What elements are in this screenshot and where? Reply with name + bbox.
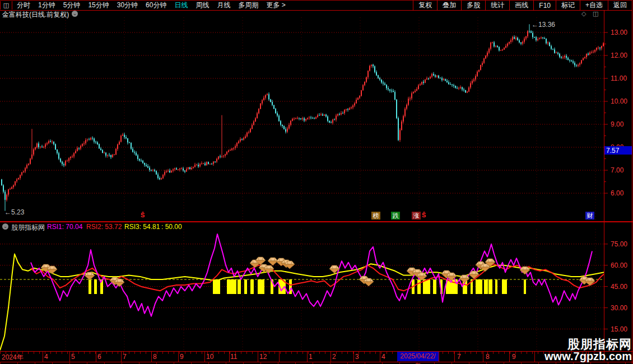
sell-marker-1: Ŝ bbox=[422, 212, 426, 218]
tool-item-8[interactable]: 返回 bbox=[608, 1, 632, 10]
month-divider bbox=[258, 352, 258, 362]
time-label-8: 11 bbox=[230, 353, 237, 361]
watermark-url: www.7gpzb.com bbox=[544, 351, 632, 362]
watermark: 股朋指标网 www.7gpzb.com bbox=[544, 338, 632, 362]
time-label-11: 2 bbox=[332, 353, 336, 361]
time-label-9: 12 bbox=[259, 353, 267, 361]
svg-text:30.00: 30.00 bbox=[611, 304, 627, 312]
month-divider bbox=[509, 352, 510, 362]
svg-text:←5.23: ←5.23 bbox=[4, 208, 25, 216]
time-label-3: 6 bbox=[97, 353, 101, 361]
month-divider bbox=[178, 352, 179, 362]
watermark-name: 股朋指标网 bbox=[544, 338, 632, 351]
time-label-6: 9 bbox=[180, 353, 184, 361]
axis-divider bbox=[604, 10, 604, 361]
cutoff-row bbox=[0, 362, 633, 364]
svg-text:45.00: 45.00 bbox=[611, 283, 627, 291]
current-date-badge: 2025/04/22/二 bbox=[397, 352, 439, 361]
badge-榜[interactable]: 榜 bbox=[371, 212, 380, 220]
badge-跌[interactable]: 跌 bbox=[391, 212, 400, 220]
menu-item-7[interactable]: 周线 bbox=[196, 1, 209, 10]
time-label-1: 4 bbox=[44, 353, 48, 361]
diamond-icon[interactable]: ◇ bbox=[581, 10, 586, 17]
right-frame bbox=[632, 0, 632, 364]
badge-涨[interactable]: 涨 bbox=[412, 212, 421, 220]
menu-item-4[interactable]: 30分钟 bbox=[117, 1, 138, 10]
tool-item-5[interactable]: F10 bbox=[533, 1, 556, 10]
period-menu: 分时1分钟5分钟15分钟30分钟60分钟日线周线月线多周期更多 > bbox=[12, 1, 413, 10]
menu-item-10[interactable]: 更多 > bbox=[266, 1, 285, 10]
month-divider bbox=[96, 352, 96, 362]
month-divider bbox=[121, 352, 122, 362]
month-divider bbox=[151, 352, 152, 362]
tool-item-3[interactable]: 统计 bbox=[485, 1, 509, 10]
tool-item-0[interactable]: 复权 bbox=[413, 1, 437, 10]
svg-text:←13.36: ←13.36 bbox=[532, 21, 555, 29]
trading-app-window: ◫ 分时1分钟5分钟15分钟30分钟60分钟日线周线月线多周期更多 > 复权叠加… bbox=[0, 0, 633, 364]
svg-text:15.00: 15.00 bbox=[611, 325, 627, 333]
panel-layout-icon[interactable]: ◫ bbox=[593, 10, 598, 17]
menu-item-6[interactable]: 日线 bbox=[174, 1, 188, 10]
svg-text:9.00: 9.00 bbox=[611, 120, 624, 128]
menu-item-9[interactable]: 多周期 bbox=[238, 1, 258, 10]
time-label-2: 5 bbox=[71, 353, 75, 361]
layout-toggle-icon[interactable]: ◫ bbox=[0, 1, 12, 10]
month-divider bbox=[454, 352, 455, 362]
time-label-13: 4 bbox=[381, 353, 385, 361]
time-label-0: 2024年 bbox=[2, 353, 24, 362]
tool-item-7[interactable]: +自选 bbox=[580, 1, 608, 10]
titlebar: 金富科技(日线.前复权) ⌄ ◇ ◫ bbox=[0, 10, 633, 17]
month-divider bbox=[43, 352, 43, 362]
time-label-10: 1 bbox=[309, 353, 313, 361]
badge-财[interactable]: 财 bbox=[585, 212, 594, 220]
time-label-15: 8 bbox=[486, 353, 490, 361]
menu-item-8[interactable]: 月线 bbox=[217, 1, 230, 10]
tool-item-1[interactable]: 叠加 bbox=[437, 1, 461, 10]
top-menubar: ◫ 分时1分钟5分钟15分钟30分钟60分钟日线周线月线多周期更多 > 复权叠加… bbox=[0, 0, 632, 11]
menu-item-5[interactable]: 60分钟 bbox=[146, 1, 166, 10]
month-divider bbox=[534, 352, 535, 362]
tools-menu: 复权叠加多股统计画线F10标记+自选返回 bbox=[413, 1, 632, 10]
month-divider bbox=[353, 352, 354, 362]
time-label-14: 7 bbox=[457, 353, 461, 361]
time-label-12: 3 bbox=[355, 353, 359, 361]
month-divider bbox=[279, 352, 280, 362]
svg-text:13.00: 13.00 bbox=[611, 29, 627, 36]
indicator-header: ⌄ 股朋指标网 RSI1: 70.04RSI2: 53.72RSI3: 54.8… bbox=[0, 222, 633, 230]
time-axis[interactable]: 2025/04/22/二 2024年4567891011121234789 bbox=[0, 351, 633, 362]
tool-item-4[interactable]: 画线 bbox=[509, 1, 533, 10]
month-divider bbox=[307, 352, 308, 362]
time-label-5: 8 bbox=[153, 353, 157, 361]
menu-item-2[interactable]: 5分钟 bbox=[63, 1, 81, 10]
svg-text:75.00: 75.00 bbox=[611, 240, 627, 248]
svg-text:12.00: 12.00 bbox=[611, 52, 627, 59]
svg-text:11.00: 11.00 bbox=[611, 74, 627, 82]
month-divider bbox=[204, 352, 205, 362]
month-divider bbox=[483, 352, 483, 362]
svg-text:6.00: 6.00 bbox=[611, 189, 624, 197]
month-divider bbox=[380, 352, 380, 362]
title-dropdown-icon[interactable]: ⌄ bbox=[72, 11, 78, 17]
time-label-7: 10 bbox=[206, 353, 213, 361]
month-divider bbox=[69, 352, 70, 362]
svg-text:10.00: 10.00 bbox=[611, 97, 627, 105]
svg-text:7.57: 7.57 bbox=[606, 147, 620, 155]
time-label-16: 9 bbox=[512, 353, 516, 361]
menu-item-1[interactable]: 1分钟 bbox=[38, 1, 55, 10]
time-label-4: 7 bbox=[123, 353, 127, 361]
candlestick-chart[interactable]: 13.0012.0011.0010.009.008.007.006.00←13.… bbox=[0, 17, 633, 222]
svg-text:60.00: 60.00 bbox=[611, 262, 627, 269]
svg-text:7.00: 7.00 bbox=[611, 166, 624, 174]
month-divider bbox=[331, 352, 331, 362]
month-divider bbox=[439, 352, 439, 362]
tool-item-6[interactable]: 标记 bbox=[556, 1, 580, 10]
sell-marker-0: Ŝ bbox=[141, 212, 145, 218]
menu-item-3[interactable]: 15分钟 bbox=[88, 1, 109, 10]
menu-item-0[interactable]: 分时 bbox=[17, 1, 30, 10]
month-divider bbox=[229, 352, 230, 362]
tool-item-2[interactable]: 多股 bbox=[461, 1, 485, 10]
rsi-panel[interactable]: 75.0060.0045.0030.0015.00 bbox=[0, 229, 633, 351]
